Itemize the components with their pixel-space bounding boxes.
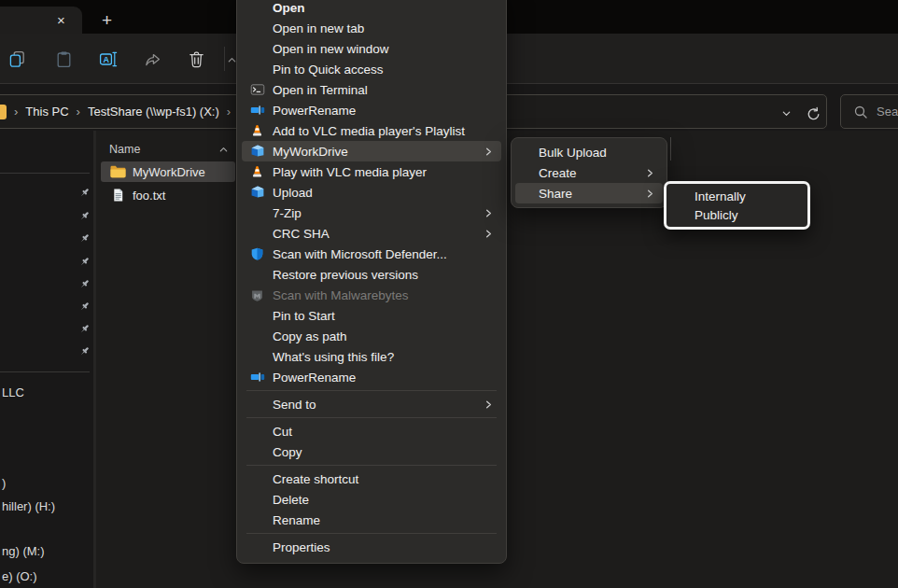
sidebar-item-label[interactable]: e) (O:) bbox=[2, 569, 37, 583]
menu-item-open-in-new-window[interactable]: Open in new window bbox=[242, 38, 501, 59]
breadcrumb-separator: › bbox=[77, 105, 80, 119]
myworkdrive-submenu: Bulk UploadCreateShare bbox=[511, 137, 667, 208]
file-name: foo.txt bbox=[133, 189, 165, 203]
sidebar-item-label[interactable]: hiller) (H:) bbox=[2, 499, 55, 513]
breadcrumb-separator: › bbox=[14, 105, 18, 119]
empty-icon-slot bbox=[247, 471, 267, 486]
empty-icon-slot bbox=[247, 0, 267, 15]
refresh-button[interactable] bbox=[803, 104, 823, 124]
menu-item-bulk-upload[interactable]: Bulk Upload bbox=[515, 142, 663, 162]
menu-item-label: Add to VLC media player's Playlist bbox=[273, 124, 465, 138]
menu-item-crc-sha[interactable]: CRC SHA bbox=[242, 223, 501, 244]
explorer-tab[interactable]: × bbox=[0, 7, 82, 34]
menu-item-label: What's using this file? bbox=[273, 350, 394, 364]
search-input[interactable]: Sear bbox=[840, 94, 898, 129]
pin-icon[interactable] bbox=[77, 208, 91, 223]
menu-item-scan-with-microsoft-defender[interactable]: Scan with Microsoft Defender... bbox=[242, 244, 501, 264]
pin-icon[interactable] bbox=[77, 254, 91, 269]
close-tab-button[interactable]: × bbox=[52, 11, 70, 29]
column-header-label: Name bbox=[109, 143, 140, 156]
menu-item-copy[interactable]: Copy bbox=[242, 441, 501, 462]
menu-item-label: Send to bbox=[273, 398, 316, 412]
file-row-myworkdrive[interactable]: MyWorkDrive bbox=[101, 161, 235, 182]
menu-item-label: Open in new tab bbox=[273, 21, 364, 35]
pin-icon[interactable] bbox=[77, 185, 91, 200]
menu-item-create-shortcut[interactable]: Create shortcut bbox=[242, 469, 501, 489]
menu-item-copy-as-path[interactable]: Copy as path bbox=[242, 326, 501, 346]
search-icon bbox=[853, 105, 868, 119]
menu-item-pin-to-quick-access[interactable]: Pin to Quick access bbox=[242, 59, 501, 79]
file-row-foo-txt[interactable]: foo.txt bbox=[101, 185, 235, 205]
paste-button[interactable] bbox=[48, 43, 79, 75]
menu-item-delete[interactable]: Delete bbox=[242, 489, 501, 510]
menu-item-send-to[interactable]: Send to bbox=[242, 394, 501, 414]
menu-item-open-in-new-tab[interactable]: Open in new tab bbox=[242, 18, 501, 38]
menu-separator bbox=[246, 465, 497, 466]
copy-icon bbox=[7, 49, 27, 69]
nav-separator bbox=[0, 173, 90, 174]
empty-icon-slot bbox=[247, 444, 267, 459]
menu-item-label: Open in new window bbox=[273, 42, 389, 56]
search-text: Sear bbox=[877, 105, 898, 119]
file-name: MyWorkDrive bbox=[133, 165, 205, 179]
menu-item-powerrename[interactable]: PowerRename bbox=[242, 100, 501, 120]
folder-icon bbox=[106, 164, 129, 179]
column-header-name[interactable]: Name bbox=[109, 140, 229, 159]
pin-icon[interactable] bbox=[77, 343, 91, 358]
menu-item-scan-with-malwarebytes[interactable]: Scan with Malwarebytes bbox=[242, 285, 501, 305]
column-divider[interactable] bbox=[670, 137, 671, 161]
menu-item-properties[interactable]: Properties bbox=[242, 537, 501, 557]
new-tab-button[interactable]: + bbox=[95, 8, 119, 32]
pin-icon[interactable] bbox=[77, 276, 91, 291]
menu-item-label: Copy as path bbox=[273, 329, 347, 343]
menu-item-rename[interactable]: Rename bbox=[242, 510, 501, 530]
menu-item-label: CRC SHA bbox=[273, 227, 330, 241]
refresh-icon bbox=[806, 106, 821, 122]
delete-button[interactable] bbox=[180, 43, 212, 75]
copy-button[interactable] bbox=[1, 43, 33, 75]
menu-item-publicly[interactable]: Publicly bbox=[666, 205, 807, 224]
menu-item-label: 7-Zip bbox=[273, 206, 302, 220]
menu-item-upload[interactable]: Upload bbox=[242, 182, 501, 203]
context-menu: OpenOpen in new tabOpen in new windowPin… bbox=[236, 0, 507, 564]
share-button[interactable] bbox=[136, 43, 168, 75]
menu-item-cut[interactable]: Cut bbox=[242, 421, 501, 441]
sidebar-item-label[interactable]: LLC bbox=[2, 385, 24, 399]
share-submenu: InternallyPublicly bbox=[664, 181, 810, 230]
address-dropdown-button[interactable] bbox=[776, 103, 796, 123]
empty-icon-slot bbox=[247, 349, 267, 364]
pin-icon[interactable] bbox=[77, 299, 91, 314]
menu-item-label: Create bbox=[539, 166, 577, 180]
menu-item-play-with-vlc-media-player[interactable]: Play with VLC media player bbox=[242, 161, 501, 182]
menu-item-add-to-vlc-media-player-s-playlist[interactable]: Add to VLC media player's Playlist bbox=[242, 120, 501, 141]
empty-icon-slot bbox=[247, 308, 267, 323]
menu-item-label: Properties bbox=[273, 540, 330, 554]
menu-item-pin-to-start[interactable]: Pin to Start bbox=[242, 305, 501, 326]
sidebar-item-label[interactable]: ng) (M:) bbox=[2, 544, 45, 558]
menu-separator bbox=[246, 417, 497, 418]
chevron-right-icon bbox=[484, 399, 494, 410]
menu-item-label: Delete bbox=[273, 493, 309, 507]
breadcrumb-item-this-pc[interactable]: This PC bbox=[25, 105, 68, 119]
menu-item-powerrename[interactable]: PowerRename bbox=[242, 367, 501, 387]
menu-item-7-zip[interactable]: 7-Zip bbox=[242, 203, 501, 223]
menu-item-what-s-using-this-file[interactable]: What's using this file? bbox=[242, 346, 501, 367]
menu-item-create[interactable]: Create bbox=[515, 162, 663, 183]
terminal-icon bbox=[247, 82, 267, 97]
pin-icon[interactable] bbox=[77, 231, 91, 245]
menu-item-share[interactable]: Share bbox=[515, 183, 663, 203]
menu-item-internally[interactable]: Internally bbox=[666, 187, 807, 205]
rename-button[interactable]: A bbox=[92, 43, 124, 75]
sidebar-item-label[interactable]: ) bbox=[2, 476, 6, 490]
menu-item-myworkdrive[interactable]: MyWorkDrive bbox=[242, 141, 501, 161]
chevron-right-icon bbox=[484, 147, 494, 157]
menu-item-open-in-terminal[interactable]: Open in Terminal bbox=[242, 79, 501, 100]
svg-text:A: A bbox=[103, 54, 109, 63]
toolbar-separator bbox=[224, 47, 225, 71]
pin-icon[interactable] bbox=[77, 321, 91, 336]
menu-item-restore-previous-versions[interactable]: Restore previous versions bbox=[242, 264, 501, 285]
breadcrumb-item-testshare-wp-fs1-x[interactable]: TestShare (\\wp-fs1) (X:) bbox=[88, 105, 219, 119]
menu-item-open[interactable]: Open bbox=[242, 0, 501, 18]
empty-icon-slot bbox=[247, 41, 267, 56]
menu-item-label: PowerRename bbox=[273, 104, 356, 118]
